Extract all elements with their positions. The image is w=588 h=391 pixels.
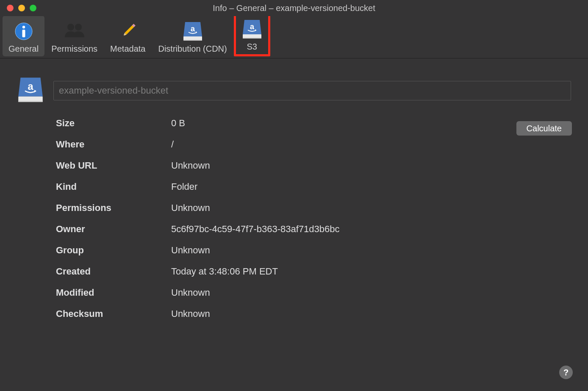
toolbar: General Permissions: [0, 16, 588, 58]
row-size: Size 0 B: [56, 118, 571, 139]
svg-point-5: [75, 24, 82, 31]
row-where: Where /: [56, 139, 571, 160]
svg-text:a: a: [28, 81, 33, 92]
tab-general[interactable]: General: [3, 16, 44, 56]
pencil-icon: [119, 19, 137, 43]
bucket-drive-icon: a: [17, 75, 44, 106]
row-owner: Owner 5c6f97bc-4c59-47f7-b363-83af71d3b6…: [56, 224, 571, 245]
svg-rect-11: [183, 40, 202, 41]
value-group: Unknown: [171, 245, 571, 256]
row-modified: Modified Unknown: [56, 287, 571, 308]
minimize-window-button[interactable]: [18, 5, 25, 11]
info-grid: Size 0 B Where / Web URL Unknown Kind Fo…: [56, 118, 571, 330]
label-where: Where: [56, 139, 167, 150]
header-row: a example-versioned-bucket: [17, 75, 571, 106]
row-checksum: Checksum Unknown: [56, 308, 571, 330]
label-size: Size: [56, 118, 167, 129]
tab-distribution-cdn[interactable]: a Distribution (CDN): [152, 16, 233, 56]
titlebar: Info – General – example-versioned-bucke…: [0, 0, 588, 16]
window-title: Info – General – example-versioned-bucke…: [213, 3, 375, 13]
tab-s3[interactable]: a S3: [236, 14, 268, 54]
s3-drive-icon: a: [183, 19, 203, 43]
calculate-button[interactable]: Calculate: [516, 121, 572, 136]
row-created: Created Today at 3:48:06 PM EDT: [56, 266, 571, 287]
tab-label: Metadata: [110, 44, 145, 54]
zoom-window-button[interactable]: [30, 5, 36, 11]
bucket-name-field[interactable]: example-versioned-bucket: [53, 81, 571, 100]
value-web-url: Unknown: [171, 160, 571, 171]
label-permissions: Permissions: [56, 202, 167, 214]
help-button[interactable]: ?: [559, 366, 573, 379]
tab-permissions[interactable]: Permissions: [45, 16, 103, 56]
label-checksum: Checksum: [56, 308, 167, 319]
value-modified: Unknown: [171, 287, 571, 298]
value-kind: Folder: [171, 181, 571, 192]
info-icon: [14, 19, 33, 43]
label-group: Group: [56, 245, 167, 256]
svg-rect-19: [18, 101, 43, 102]
label-created: Created: [56, 266, 167, 277]
tab-label: Distribution (CDN): [158, 44, 227, 54]
label-modified: Modified: [56, 287, 167, 298]
tab-label: S3: [247, 42, 257, 52]
tab-metadata[interactable]: Metadata: [104, 16, 151, 56]
label-kind: Kind: [56, 181, 167, 192]
people-icon: [64, 19, 86, 43]
value-checksum: Unknown: [171, 308, 571, 319]
close-window-button[interactable]: [7, 5, 14, 11]
value-permissions: Unknown: [171, 202, 571, 214]
svg-text:a: a: [191, 25, 195, 33]
tab-label: General: [8, 44, 39, 54]
tab-label: Permissions: [51, 44, 97, 54]
value-where: /: [171, 139, 571, 150]
value-created: Today at 3:48:06 PM EDT: [171, 266, 571, 277]
window-controls: [7, 5, 36, 11]
content-pane: a example-versioned-bucket Calculate Siz…: [0, 58, 588, 391]
svg-text:a: a: [250, 22, 255, 31]
row-group: Group Unknown: [56, 245, 571, 266]
value-size: 0 B: [171, 118, 571, 129]
svg-rect-15: [243, 38, 261, 39]
row-permissions: Permissions Unknown: [56, 202, 571, 224]
label-owner: Owner: [56, 224, 167, 235]
svg-point-4: [67, 24, 74, 31]
value-owner: 5c6f97bc-4c59-47f7-b363-83af71d3b6bc: [171, 224, 571, 235]
row-web-url: Web URL Unknown: [56, 160, 571, 181]
svg-rect-3: [22, 30, 25, 37]
s3-drive-icon: a: [242, 17, 262, 41]
row-kind: Kind Folder: [56, 181, 571, 202]
svg-point-2: [22, 26, 25, 28]
label-web-url: Web URL: [56, 160, 167, 171]
tab-s3-highlight: a S3: [234, 11, 270, 56]
